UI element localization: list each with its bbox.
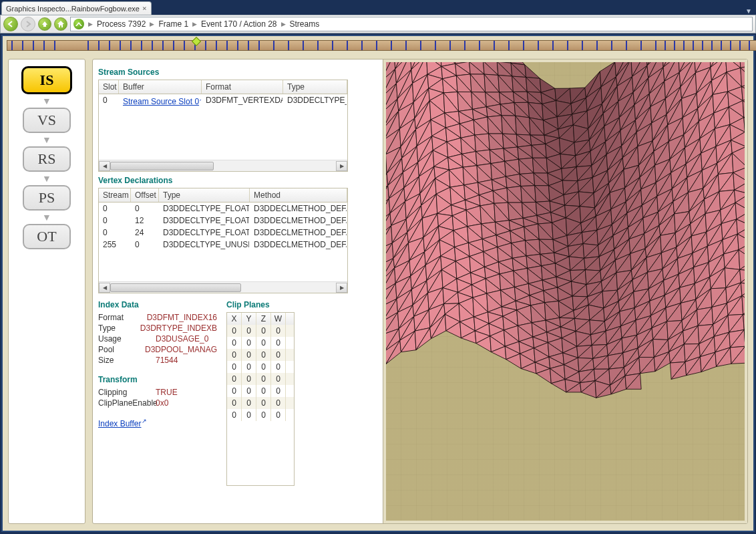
scroll-left-icon[interactable]: ◀ [99,283,110,293]
index-buffer-link[interactable]: Index Buffer [98,419,142,428]
kv-type: TypeD3DRTYPE_INDEXB [98,323,217,333]
arrow-down-icon: ▼ [42,212,51,223]
stream-source-link[interactable]: Stream Source Slot 0 [123,97,199,106]
kv-usage: UsageD3DUSAGE_0 [98,333,217,344]
home-button[interactable] [54,17,67,31]
stream-sources-table: Slot Buffer Format Type 0 Stream Source … [98,80,348,172]
breadcrumb: ▶ Process 7392 ▶ Frame 1 ▶ Event 170 / A… [70,17,753,31]
section-title-index-data: Index Data [98,300,217,309]
col-buffer[interactable]: Buffer [119,80,202,94]
wireframe-mesh [386,62,745,521]
horizontal-scrollbar[interactable]: ◀ ▶ [99,281,347,293]
stage-is[interactable]: IS [21,66,72,94]
col-offset[interactable]: Offset [131,188,159,202]
table-row[interactable]: 0000 [227,361,294,373]
stage-ot[interactable]: OT [23,224,71,249]
col-type[interactable]: Type [283,80,347,94]
cell-slot: 0 [99,94,119,108]
arrow-down-icon: ▼ [42,173,51,184]
col-method[interactable]: Method [250,188,347,202]
tab-title: Graphics Inspecto...RainbowFogbow.exe [6,5,140,13]
col-stream[interactable]: Stream [99,188,131,202]
table-row[interactable]: 0000 [227,409,294,421]
col-x[interactable]: X [227,313,242,325]
process-icon [73,19,84,29]
table-row[interactable]: 0000 [227,385,294,397]
col-slot[interactable]: Slot [99,80,119,94]
kv-clipplaneenable: ClipPlaneEnable0x0 [98,398,217,408]
forward-button [21,17,35,31]
table-row[interactable]: 0000 [227,337,294,349]
col-z[interactable]: Z [256,313,271,325]
back-button[interactable] [3,17,18,31]
arrow-down-icon: ▼ [42,96,51,106]
table-row[interactable]: 2550D3DDECLTYPE_UNUSEDD3DDECLMETHOD_DEFA… [99,239,347,251]
breadcrumb-item[interactable]: Event 170 / Action 28 [201,19,276,29]
kv-clipping: ClippingTRUE [98,387,217,398]
col-y[interactable]: Y [242,313,256,325]
kv-pool: PoolD3DPOOL_MANAG [98,344,217,355]
stage-vs[interactable]: VS [23,108,71,133]
mesh-viewport[interactable] [383,59,747,523]
chevron-right-icon: ▶ [281,21,286,27]
timeline: ◀ ▶ [7,39,749,52]
col-type[interactable]: Type [159,188,250,202]
stage-rs[interactable]: RS [23,146,71,172]
breadcrumb-item[interactable]: Process 7392 [97,19,146,29]
table-row[interactable]: 0000 [227,397,294,409]
col-w[interactable]: W [271,313,286,325]
breadcrumb-item[interactable]: Frame 1 [158,19,188,29]
external-link-icon: ↗ [142,418,147,424]
navigation-bar: ▶ Process 7392 ▶ Frame 1 ▶ Event 170 / A… [0,15,756,33]
stage-ps[interactable]: PS [23,185,71,211]
section-title-clip-planes: Clip Planes [226,300,295,309]
timeline-track[interactable] [7,40,756,51]
table-row[interactable]: 0000 [227,349,294,361]
scroll-right-icon[interactable]: ▶ [336,161,347,171]
cell-type: D3DDECLTYPE_SHO [283,94,347,108]
table-row[interactable]: 0 Stream Source Slot 0↗ D3DFMT_VERTEXDAT… [99,94,347,108]
table-row[interactable]: 012D3DDECLTYPE_FLOAT3D3DDECLMETHOD_DEFAU… [99,215,347,227]
clip-planes-table: X Y Z W 00000000000000000000000000000000 [226,312,295,486]
tab-bar: Graphics Inspecto...RainbowFogbow.exe × … [0,0,756,15]
close-icon[interactable]: × [142,4,147,13]
cell-format: D3DFMT_VERTEXDATA [202,94,283,108]
tab-dropdown-icon[interactable]: ▼ [745,7,752,15]
section-title-transform: Transform [98,375,217,384]
horizontal-scrollbar[interactable]: ◀ ▶ [99,160,347,171]
chevron-right-icon: ▶ [150,21,154,27]
table-row[interactable]: 024D3DDECLTYPE_FLOAT2D3DDECLMETHOD_DEFAU… [99,227,347,239]
scroll-left-icon[interactable]: ◀ [99,161,110,171]
content-panel: Stream Sources Slot Buffer Format Type 0… [92,59,748,524]
document-tab[interactable]: Graphics Inspecto...RainbowFogbow.exe × [1,1,152,15]
vertex-declarations-table: Stream Offset Type Method 00D3DDECLTYPE_… [98,188,348,293]
kv-format: FormatD3DFMT_INDEX16 [98,312,217,323]
kv-size: Size71544 [98,355,217,366]
col-format[interactable]: Format [202,80,283,94]
chevron-right-icon: ▶ [88,21,93,27]
table-row[interactable]: 0000 [227,325,294,337]
cell-buffer: Stream Source Slot 0↗ [119,94,202,108]
main-frame: ◀ ▶ IS ▼ VS ▼ RS ▼ PS ▼ OT Stream Source… [1,35,755,532]
table-row[interactable]: 0000 [227,373,294,385]
up-button[interactable] [38,17,51,31]
pipeline-stages: IS ▼ VS ▼ RS ▼ PS ▼ OT [8,59,85,524]
chevron-right-icon: ▶ [192,21,197,27]
table-row[interactable]: 00D3DDECLTYPE_FLOAT3D3DDECLMETHOD_DEFAUL… [99,203,347,215]
breadcrumb-item[interactable]: Streams [290,19,320,29]
arrow-down-icon: ▼ [42,134,51,145]
scroll-right-icon[interactable]: ▶ [336,283,347,293]
